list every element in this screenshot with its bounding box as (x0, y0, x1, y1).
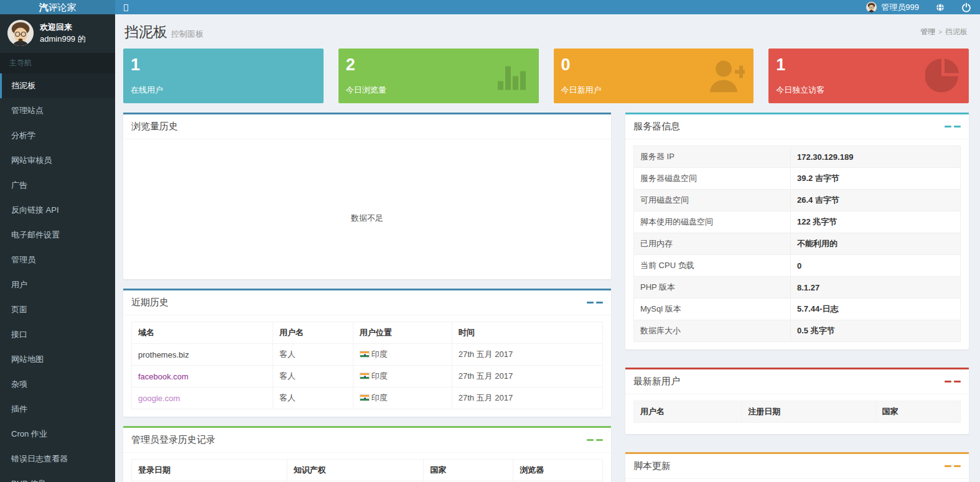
sidebar-item-cron-jobs[interactable]: Cron 作业 (0, 422, 115, 447)
sidebar-item-php-info[interactable]: PHP 信息 (0, 471, 115, 482)
sidebar-item-ads[interactable]: 广告 (0, 173, 115, 198)
kv-label: 数据库大小 (634, 320, 791, 342)
globe-icon[interactable] (935, 2, 945, 12)
india-flag-icon (360, 394, 370, 401)
page-title: 挡泥板 (124, 24, 167, 40)
panel-title: 服务器信息 (633, 121, 680, 132)
sidebar-item-admins[interactable]: 管理员 (0, 248, 115, 272)
column-header: 用户名 (273, 322, 353, 344)
table-row: prothemes.biz 客人 印度 27th 五月 2017 (132, 344, 603, 366)
column-header: 用户位置 (353, 322, 452, 344)
user-menu[interactable]: 管理员999 (866, 2, 919, 13)
stat-card-today-views[interactable]: 2 今日浏览量 (338, 49, 539, 103)
avatar (866, 2, 877, 12)
sidebar-toggle-button[interactable] (115, 2, 136, 12)
domain-link[interactable]: google.com (138, 394, 180, 403)
kv-label: MySql 版本 (634, 299, 791, 320)
table-row: 已用内存不能利用的 (634, 233, 961, 255)
sidebar-item-users[interactable]: 用户 (0, 272, 115, 297)
navbar: 管理员999 (115, 0, 980, 14)
dash-icon (596, 439, 603, 441)
table-row: facebook.com 客人 印度 27th 五月 2017 (132, 366, 603, 387)
stat-label: 今日独立访客 (776, 85, 824, 96)
username-cell: 客人 (273, 387, 353, 409)
breadcrumb: 管理>挡泥板 (920, 27, 968, 37)
stat-card-new-users[interactable]: 0 今日新用户 (554, 49, 754, 103)
stat-label: 今日浏览量 (346, 85, 386, 96)
sidebar-item-site-auditor[interactable]: 网站审核员 (0, 148, 115, 173)
newest-users-table: 用户名 注册日期 国家 (633, 401, 961, 423)
collapse-button[interactable] (945, 381, 961, 382)
table-row: 服务器磁盘空间39.2 吉字节 (634, 168, 961, 190)
dash-icon (945, 126, 951, 127)
brand-bold: 汽 (39, 2, 49, 12)
india-flag-icon (360, 373, 370, 379)
bar-chart-icon (495, 58, 530, 95)
stat-card-online-users[interactable]: 1 在线用户 (123, 49, 324, 103)
panel-title: 最新新用户 (633, 376, 680, 387)
table-row: MySql 版本5.7.44-日志 (634, 299, 961, 320)
column-header: 用户名 (634, 401, 742, 423)
kv-value: 8.1.27 (791, 277, 961, 299)
kv-label: PHP 版本 (634, 277, 791, 299)
sidebar-item-dashboard[interactable]: 挡泥板 (0, 73, 115, 98)
stat-label: 今日新用户 (561, 85, 602, 96)
sidebar-item-error-log-viewer[interactable]: 错误日志查看器 (0, 447, 115, 471)
kv-label: 脚本使用的磁盘空间 (634, 211, 791, 233)
india-flag-icon (360, 351, 370, 358)
table-row: 脚本使用的磁盘空间122 兆字节 (634, 211, 961, 233)
sidebar-item-manage-site[interactable]: 管理站点 (0, 98, 115, 123)
time-cell: 27th 五月 2017 (452, 387, 602, 409)
kv-value: 26.4 吉字节 (791, 190, 961, 211)
sidebar-item-analytics[interactable]: 分析学 (0, 123, 115, 148)
collapse-button[interactable] (945, 126, 961, 127)
stat-card-unique-visitors[interactable]: 1 今日独立访客 (768, 49, 969, 103)
collapse-button[interactable] (945, 465, 961, 467)
domain-link[interactable]: facebook.com (138, 372, 189, 381)
panel-script-update: 脚本更新 您的版本2.8 版 (625, 452, 969, 482)
column-header: 国家 (875, 401, 961, 423)
panel-title: 近期历史 (131, 297, 169, 308)
username-cell: 客人 (273, 344, 353, 366)
page-subtitle: 控制面板 (171, 29, 203, 39)
stat-value: 1 (131, 55, 316, 75)
pie-chart-icon (925, 58, 960, 95)
sidebar-item-pages[interactable]: 页面 (0, 297, 115, 322)
collapse-button[interactable] (587, 439, 603, 441)
collapse-button[interactable] (587, 302, 603, 304)
dash-icon (945, 381, 951, 382)
power-icon[interactable] (961, 2, 971, 12)
kv-value: 172.30.129.189 (791, 146, 961, 168)
panel-admin-login-history: 管理员登录历史记录 登录日期 知识产权 国家 (123, 426, 611, 482)
domain-link[interactable]: prothemes.biz (138, 350, 189, 359)
location-cell: 印度 (371, 371, 388, 381)
brand-logo[interactable]: 汽评论家 (0, 0, 115, 14)
main-content: 挡泥板控制面板 管理>挡泥板 1 在线用户 2 今日浏览量 (115, 14, 980, 482)
column-header: 浏览器 (513, 460, 603, 481)
dash-icon (587, 439, 594, 441)
panel-title: 浏览量历史 (131, 121, 178, 132)
welcome-title: 欢迎回来 (40, 21, 86, 34)
panel-title: 管理员登录历史记录 (131, 434, 215, 446)
time-cell: 27th 五月 2017 (452, 344, 602, 366)
sidebar: 欢迎回来 admin999 的 主导航 挡泥板 管理站点 分析学 网站审核员 广… (0, 14, 115, 482)
kv-label: 可用磁盘空间 (634, 190, 791, 211)
kv-label: 服务器 IP (634, 146, 791, 168)
panel-server-info: 服务器信息 服务器 IP172.30.129.189 服务器磁盘空间39.2 吉… (625, 113, 969, 350)
sidebar-item-email-settings[interactable]: 电子邮件设置 (0, 223, 115, 248)
server-info-table: 服务器 IP172.30.129.189 服务器磁盘空间39.2 吉字节 可用磁… (633, 146, 961, 342)
sidebar-item-backlink-api[interactable]: 反向链接 API (0, 198, 115, 223)
table-row: 数据库大小0.5 兆字节 (634, 320, 961, 342)
sidebar-item-plugins[interactable]: 插件 (0, 397, 115, 422)
breadcrumb-parent[interactable]: 管理 (920, 27, 935, 36)
dash-icon (587, 302, 594, 304)
location-cell: 印度 (371, 350, 388, 359)
dash-icon (954, 381, 961, 382)
sidebar-item-sitemap[interactable]: 网站地图 (0, 347, 115, 372)
dash-icon (596, 302, 603, 304)
location-cell: 印度 (371, 393, 388, 402)
table-row: 服务器 IP172.30.129.189 (634, 146, 961, 168)
sidebar-item-misc[interactable]: 杂项 (0, 372, 115, 397)
sidebar-item-api[interactable]: 接口 (0, 322, 115, 347)
panel-views-history: 浏览量历史 数据不足 (123, 113, 611, 279)
